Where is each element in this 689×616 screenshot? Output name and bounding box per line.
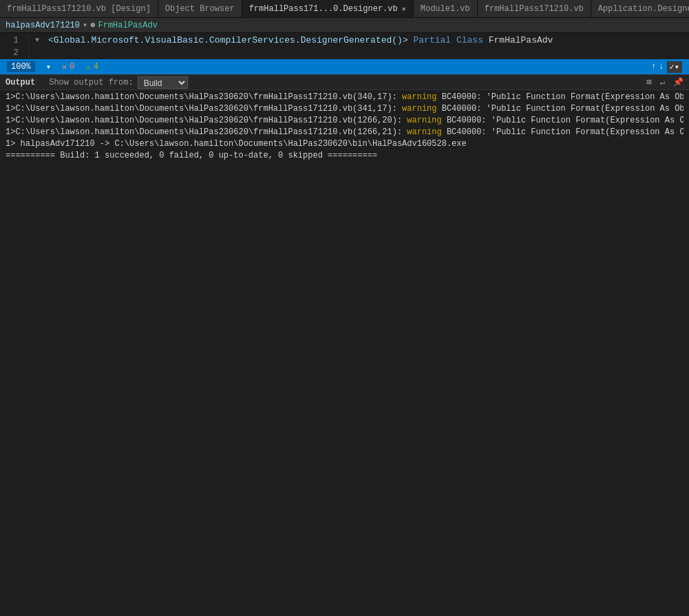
tab-designer-vb-label: frmHallPass171...0.Designer.vb: [249, 4, 398, 14]
status-bar: 100% ▾ ✕ 0 ⚠ 4 ↑ ↓ ✓▾: [0, 59, 689, 74]
breadcrumb: halpasAdv171210 ▾ ⊛ FrmHalPasAdv: [0, 18, 689, 33]
gutter-item: ▼: [29, 34, 45, 47]
output-source-select[interactable]: Build Debug General: [138, 76, 188, 89]
collapse-icon[interactable]: ▼: [35, 34, 39, 47]
breadcrumb-separator: ⊛: [90, 20, 95, 30]
output-clear-icon[interactable]: ⊠: [647, 77, 652, 87]
output-line: 1>C:\Users\lawson.hamilton\Documents\Hal…: [6, 115, 683, 127]
gutter: ▼: [29, 33, 45, 59]
output-show-from: Show output from: Build Debug General: [49, 76, 187, 89]
tab-module1-label: Module1.vb: [421, 4, 470, 14]
output-panel: Output Show output from: Build Debug Gen…: [0, 74, 689, 171]
breadcrumb-class[interactable]: FrmHalPasAdv: [98, 21, 158, 30]
output-line: ========== Build: 1 succeeded, 0 failed,…: [6, 150, 683, 162]
zoom-dropdown-icon[interactable]: ▾: [46, 62, 51, 72]
output-pin-icon[interactable]: 📌: [673, 77, 683, 87]
show-output-from-label: Show output from:: [49, 78, 133, 87]
tab-hallpass[interactable]: frmHallPass171210.vb: [478, 0, 591, 17]
line-number: 2: [0, 47, 23, 59]
gutter-item: [29, 47, 45, 59]
output-title: Output: [6, 78, 35, 87]
nav-down-icon[interactable]: ↓: [659, 62, 664, 72]
tab-hallpass-label: frmHallPass171210.vb: [485, 4, 584, 14]
tab-app-designer-label: Application.Designer.vb: [598, 4, 689, 14]
tab-design[interactable]: frmHallPass171210.vb [Design]: [0, 0, 158, 17]
tab-object-browser-label: Object Browser: [165, 4, 235, 14]
output-line: 1>C:\Users\lawson.hamilton\Documents\Hal…: [6, 127, 683, 138]
tab-designer-vb[interactable]: frmHallPass171...0.Designer.vb ✕: [242, 0, 414, 17]
warning-count[interactable]: ⚠ 4: [85, 62, 98, 72]
zoom-level[interactable]: 100%: [7, 61, 35, 72]
output-line: 1>C:\Users\lawson.hamilton\Documents\Hal…: [6, 92, 683, 103]
output-header: Output Show output from: Build Debug Gen…: [0, 75, 689, 90]
status-nav: ↑ ↓ ✓▾: [651, 61, 682, 73]
code-line[interactable]: <Global.Microsoft.VisualBasic.CompilerSe…: [45, 34, 689, 47]
output-content: 1>C:\Users\lawson.hamilton\Documents\Hal…: [0, 90, 689, 163]
breadcrumb-arrow: ▾: [83, 20, 87, 30]
line-numbers: 12: [0, 33, 29, 59]
nav-check-icon[interactable]: ✓▾: [667, 61, 682, 73]
output-line: 1> halpasAdv171210 -> C:\Users\lawson.ha…: [6, 138, 683, 150]
line-number: 1: [0, 34, 23, 47]
tab-designer-close-icon[interactable]: ✕: [402, 5, 406, 13]
tab-module1[interactable]: Module1.vb: [414, 0, 478, 17]
output-line: 1>C:\Users\lawson.hamilton\Documents\Hal…: [6, 103, 683, 115]
tab-design-label: frmHallPass171210.vb [Design]: [7, 4, 151, 14]
tab-app-designer[interactable]: Application.Designer.vb: [591, 0, 689, 17]
nav-up-icon[interactable]: ↑: [651, 62, 656, 72]
breadcrumb-project[interactable]: halpasAdv171210: [6, 21, 80, 30]
tab-object-browser[interactable]: Object Browser: [158, 0, 242, 17]
error-count[interactable]: ✕ 0: [62, 62, 74, 72]
code-editor: 12 ▼ <Global.Microsoft.VisualBasic.Compi…: [0, 33, 689, 59]
output-wrap-icon[interactable]: ↵: [660, 77, 665, 87]
code-lines[interactable]: <Global.Microsoft.VisualBasic.CompilerSe…: [45, 33, 689, 59]
tab-bar: frmHallPass171210.vb [Design] Object Bro…: [0, 0, 689, 18]
